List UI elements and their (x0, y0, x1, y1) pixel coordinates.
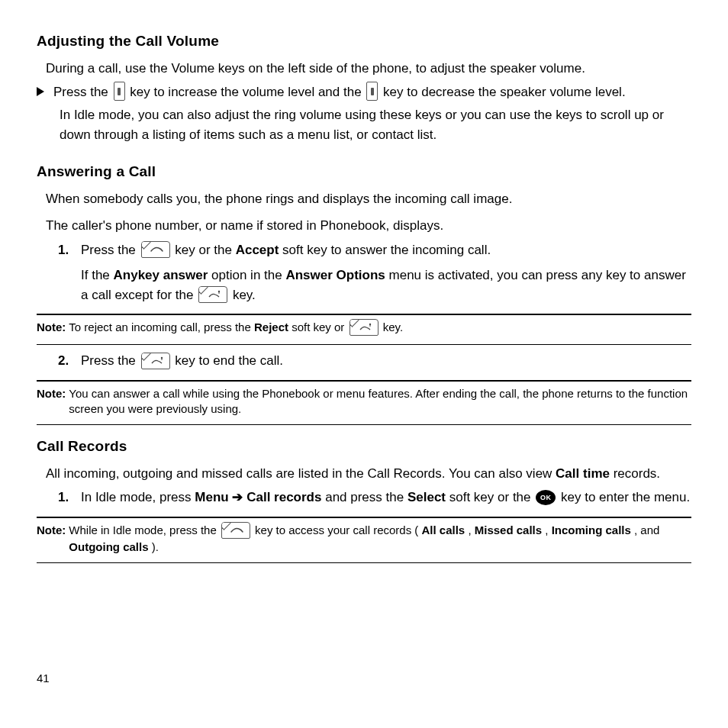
bold-text: Call records (246, 490, 321, 504)
heading-call-records: Call Records (37, 436, 691, 458)
text: key to increase the volume level and the (130, 85, 365, 99)
text: ). (152, 540, 159, 553)
bold-text: Call time (556, 466, 610, 481)
bold-text: Incoming calls (552, 523, 631, 536)
text: key to decrease the speaker volume level… (383, 85, 626, 99)
text: While in Idle mode, press the (69, 523, 220, 536)
body-text: Press the key to end the call. (81, 351, 691, 371)
ok-key-icon: OK (536, 490, 556, 505)
svg-point-0 (218, 291, 220, 292)
volume-down-key-icon (366, 82, 378, 101)
step-item: 1. In Idle mode, press Menu ➔ Call recor… (58, 488, 691, 507)
note-body: You can answer a call while using the Ph… (69, 386, 691, 417)
text: and press the (325, 490, 407, 504)
text: soft key to answer the incoming call. (282, 243, 491, 257)
body-text: During a call, use the Volume keys on th… (46, 59, 691, 79)
bold-text: Answer Options (285, 268, 385, 282)
end-key-icon (198, 286, 227, 303)
note-label: Note: (37, 523, 66, 538)
note-body: While in Idle mode, press the key to acc… (69, 523, 691, 555)
body-text: In Idle mode, press Menu ➔ Call records … (81, 488, 691, 507)
body-text: If the Anykey answer option in the Answe… (81, 266, 691, 304)
text: option in the (211, 268, 285, 282)
text: To reject an incoming call, press the (69, 321, 254, 333)
heading-answering-a-call: Answering a Call (37, 161, 691, 183)
bold-text: Anykey answer (114, 268, 208, 282)
body-text: Press the key to increase the volume lev… (53, 82, 626, 102)
body-text: In Idle mode, you can also adjust the ri… (60, 105, 691, 144)
note-label: Note: (37, 320, 66, 335)
text: Press the (81, 353, 140, 368)
note-block: Note: You can answer a call while using … (37, 386, 691, 417)
accept-softkey-label: Accept (236, 243, 279, 257)
text: key or the (175, 243, 235, 257)
bullet-item: Press the key to increase the volume lev… (37, 82, 691, 102)
divider (37, 380, 691, 382)
note-body: To reject an incoming call, press the Re… (69, 320, 691, 337)
body-text: All incoming, outgoing and missed calls … (46, 464, 691, 484)
heading-adjusting-call-volume: Adjusting the Call Volume (37, 31, 691, 53)
svg-point-1 (369, 324, 370, 325)
step-number: 1. (58, 240, 81, 260)
body-text: Press the key or the Accept soft key to … (81, 240, 691, 260)
volume-up-key-icon (114, 82, 125, 101)
step-item: 2. Press the key to end the call. (58, 351, 691, 371)
body-text: When somebody calls you, the phone rings… (46, 189, 691, 209)
end-key-icon (350, 319, 378, 336)
body-text: The caller's phone number, or name if st… (46, 216, 691, 236)
text: All incoming, outgoing and missed calls … (46, 466, 556, 481)
text: In Idle mode, press (81, 490, 195, 504)
end-key-icon (141, 353, 170, 369)
select-softkey-label: Select (407, 490, 446, 504)
send-key-icon (221, 522, 250, 539)
bold-text: All calls (422, 523, 465, 536)
text: Press the (81, 243, 140, 257)
note-label: Note: (37, 386, 66, 401)
note-block: Note: While in Idle mode, press the key … (37, 523, 691, 555)
text: soft key or (292, 321, 347, 333)
divider (37, 314, 691, 315)
note-block: Note: To reject an incoming call, press … (37, 320, 691, 337)
reject-softkey-label: Reject (254, 321, 288, 333)
arrow-glyph: ➔ (232, 490, 246, 504)
text: key to end the call. (175, 353, 283, 368)
bold-text: Menu (195, 490, 228, 504)
bold-text: Missed calls (475, 523, 542, 536)
text: key to enter the menu. (561, 490, 690, 504)
text: key to access your call records ( (255, 523, 418, 536)
text: soft key or the (449, 490, 535, 504)
text: , and (634, 523, 659, 536)
text: Press the (53, 85, 112, 99)
divider (37, 424, 691, 425)
text: , (468, 523, 474, 536)
text: , (545, 523, 551, 536)
text: key. (383, 321, 403, 333)
divider (37, 517, 691, 518)
text: If the (81, 268, 114, 282)
divider (37, 562, 691, 563)
text: key. (233, 288, 256, 302)
send-key-icon (141, 241, 170, 258)
divider (37, 344, 691, 345)
page-number: 41 (37, 670, 691, 688)
bullet-arrow-icon (37, 87, 44, 96)
step-number: 1. (58, 488, 81, 507)
step-number: 2. (58, 351, 81, 371)
svg-point-2 (160, 356, 162, 358)
text: records. (614, 466, 660, 481)
step-item: 1. Press the key or the Accept soft key … (58, 240, 691, 260)
bold-text: Outgoing calls (69, 540, 148, 553)
